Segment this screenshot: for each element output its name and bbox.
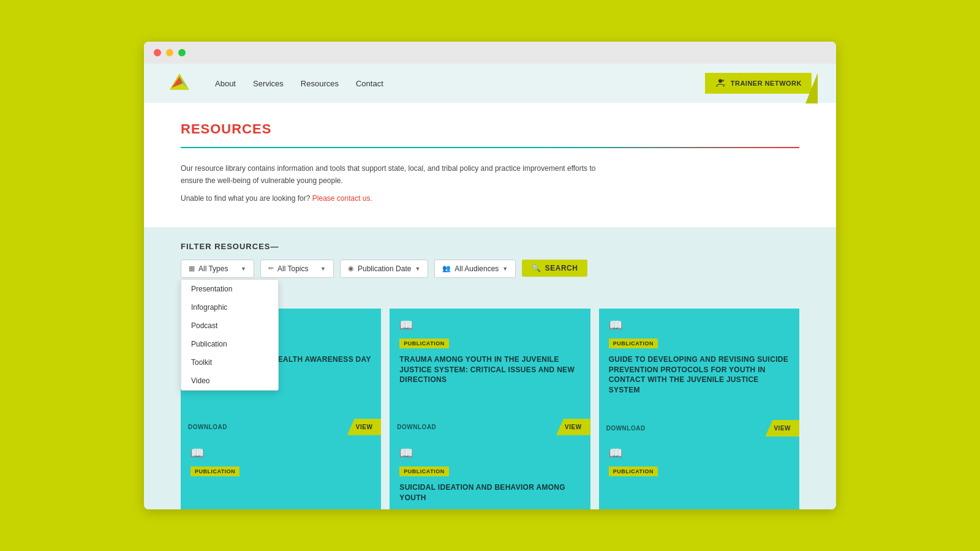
card-footer-1: DOWNLOAD VIEW bbox=[181, 419, 381, 435]
card-book-icon-3: 📖 bbox=[609, 318, 790, 332]
maximize-dot[interactable] bbox=[178, 49, 186, 56]
card-download-3[interactable]: DOWNLOAD bbox=[599, 420, 766, 437]
topics-dropdown[interactable]: ✏ All Topics ▼ bbox=[260, 260, 334, 278]
page-description: Our resource library contains informatio… bbox=[181, 163, 609, 186]
topics-label: All Topics bbox=[277, 264, 317, 273]
minimize-dot[interactable] bbox=[166, 49, 173, 56]
card-footer-3: DOWNLOAD VIEW bbox=[599, 420, 799, 437]
filter-section: FILTER RESOURCES— ▦ All Types ▼ Presenta… bbox=[144, 227, 836, 296]
date-dropdown[interactable]: ◉ Publication Date ▼ bbox=[340, 260, 428, 278]
types-dropdown-wrapper: ▦ All Types ▼ Presentation Infographic P… bbox=[181, 260, 254, 278]
trainer-icon bbox=[715, 78, 726, 89]
title-divider bbox=[181, 147, 799, 148]
nav-contact[interactable]: Contact bbox=[356, 79, 383, 88]
topics-arrow-icon: ▼ bbox=[320, 266, 326, 272]
topics-icon: ✏ bbox=[268, 264, 274, 272]
filter-title: FILTER RESOURCES— bbox=[181, 242, 799, 251]
card-download-2[interactable]: DOWNLOAD bbox=[390, 419, 556, 435]
card-type-badge-3: PUBLICATION bbox=[609, 339, 658, 348]
bottom-card-type-2: PUBLICATION bbox=[399, 467, 448, 476]
bottom-card-type-3: PUBLICATION bbox=[609, 467, 658, 476]
types-icon: ▦ bbox=[189, 264, 195, 272]
card-view-1[interactable]: VIEW bbox=[347, 419, 382, 435]
filter-row: ▦ All Types ▼ Presentation Infographic P… bbox=[181, 260, 799, 278]
bottom-card-body-2: 📖 PUBLICATION SUICIDAL IDEATION AND BEHA… bbox=[390, 437, 590, 509]
browser-chrome bbox=[144, 42, 836, 64]
card-title-2: TRAUMA AMONG YOUTH IN THE JUVENILE JUSTI… bbox=[399, 354, 580, 385]
browser-window: About Services Resources Contact TRAINER… bbox=[144, 42, 836, 509]
close-dot[interactable] bbox=[154, 49, 161, 56]
bottom-card-3: 📖 PUBLICATION bbox=[599, 437, 799, 509]
card-title-3: GUIDE TO DEVELOPING AND REVISING SUICIDE… bbox=[609, 354, 790, 395]
contact-line: Unable to find what you are looking for?… bbox=[181, 194, 799, 203]
resource-card-2: 📖 PUBLICATION TRAUMA AMONG YOUTH IN THE … bbox=[390, 309, 590, 437]
audiences-label: All Audiences bbox=[454, 264, 499, 273]
bottom-card-icon-1: 📖 bbox=[190, 446, 371, 460]
bottom-card-icon-2: 📖 bbox=[399, 446, 580, 460]
bottom-card-icon-3: 📖 bbox=[609, 446, 790, 460]
dropdown-item-publication[interactable]: Publication bbox=[181, 335, 278, 353]
types-arrow-icon: ▼ bbox=[241, 266, 246, 272]
card-body-3: 📖 PUBLICATION GUIDE TO DEVELOPING AND RE… bbox=[599, 309, 799, 420]
card-footer-2: DOWNLOAD VIEW bbox=[390, 419, 590, 435]
card-type-badge-2: PUBLICATION bbox=[399, 339, 448, 348]
audiences-arrow-icon: ▼ bbox=[502, 266, 508, 272]
card-view-2[interactable]: VIEW bbox=[556, 419, 590, 435]
dropdown-item-infographic[interactable]: Infographic bbox=[181, 298, 278, 317]
main-nav: About Services Resources Contact bbox=[215, 79, 383, 88]
nav-about[interactable]: About bbox=[215, 79, 236, 88]
nav-services[interactable]: Services bbox=[253, 79, 284, 88]
dropdown-item-podcast[interactable]: Podcast bbox=[181, 317, 278, 335]
trainer-network-label: TRAINER NETWORK bbox=[731, 80, 802, 87]
card-view-3[interactable]: VIEW bbox=[765, 420, 799, 437]
date-arrow-icon: ▼ bbox=[415, 266, 420, 272]
dropdown-item-presentation[interactable]: Presentation bbox=[181, 280, 278, 298]
bottom-card-2: 📖 PUBLICATION SUICIDAL IDEATION AND BEHA… bbox=[390, 437, 590, 509]
bottom-card-1: 📖 PUBLICATION bbox=[181, 437, 381, 509]
site-header: About Services Resources Contact TRAINER… bbox=[144, 64, 836, 103]
audiences-icon: 👥 bbox=[442, 264, 451, 272]
date-label: Publication Date bbox=[358, 264, 411, 273]
bottom-cards-grid: 📖 PUBLICATION 📖 PUBLICATION SUICIDAL IDE… bbox=[144, 437, 836, 509]
trainer-network-badge: TRAINER NETWORK bbox=[705, 73, 812, 94]
types-label: All Types bbox=[198, 264, 237, 273]
date-icon: ◉ bbox=[348, 264, 354, 272]
svg-point-5 bbox=[722, 80, 724, 82]
search-button[interactable]: 🔍 SEARCH bbox=[522, 260, 587, 277]
search-icon: 🔍 bbox=[532, 264, 541, 272]
header-left: About Services Resources Contact bbox=[168, 72, 383, 94]
dropdown-item-video[interactable]: Video bbox=[181, 372, 278, 390]
bottom-card-body-3: 📖 PUBLICATION bbox=[599, 437, 799, 489]
types-dropdown[interactable]: ▦ All Types ▼ bbox=[181, 260, 254, 278]
main-content: RESOURCES Our resource library contains … bbox=[144, 103, 836, 227]
dropdown-item-toolkit[interactable]: Toolkit bbox=[181, 353, 278, 372]
types-dropdown-menu: Presentation Infographic Podcast Publica… bbox=[181, 279, 279, 391]
contact-link[interactable]: Please contact us. bbox=[312, 194, 372, 203]
bottom-card-type-1: PUBLICATION bbox=[190, 467, 239, 476]
svg-point-4 bbox=[718, 80, 722, 83]
card-book-icon-2: 📖 bbox=[399, 318, 580, 332]
nav-resources[interactable]: Resources bbox=[301, 79, 339, 88]
logo-icon[interactable] bbox=[168, 72, 190, 94]
card-body-2: 📖 PUBLICATION TRAUMA AMONG YOUTH IN THE … bbox=[390, 309, 590, 419]
audiences-dropdown[interactable]: 👥 All Audiences ▼ bbox=[434, 260, 516, 278]
search-label: SEARCH bbox=[545, 264, 578, 272]
contact-prefix: Unable to find what you are looking for? bbox=[181, 194, 310, 203]
bottom-card-body-1: 📖 PUBLICATION bbox=[181, 437, 381, 489]
bottom-card-title-2: SUICIDAL IDEATION AND BEHAVIOR AMONG YOU… bbox=[399, 482, 580, 503]
page-title: RESOURCES bbox=[181, 121, 799, 137]
card-download-1[interactable]: DOWNLOAD bbox=[181, 419, 347, 435]
resource-card-3: 📖 PUBLICATION GUIDE TO DEVELOPING AND RE… bbox=[599, 309, 799, 437]
